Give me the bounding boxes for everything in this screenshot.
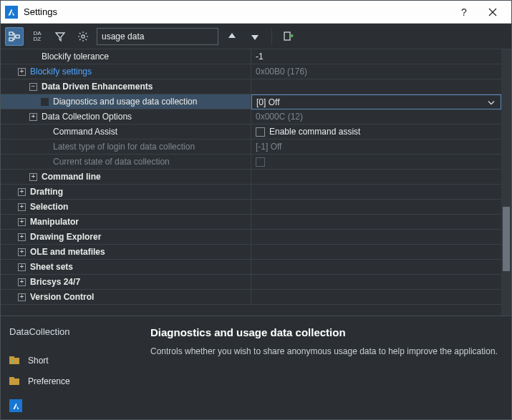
setting-value: [-1] Off	[256, 142, 281, 152]
setting-row[interactable]: +Data Collection Options0x000C (12)	[1, 109, 501, 124]
setting-label: Blockify tolerance	[42, 52, 109, 62]
search-next-button[interactable]	[246, 27, 264, 46]
setting-name-cell[interactable]: Current state of data collection	[1, 155, 251, 170]
gear-button[interactable]	[74, 27, 92, 46]
sort-az-button[interactable]: DADZ	[28, 27, 47, 46]
checkbox	[256, 157, 265, 167]
setting-row[interactable]: +Blockify settings0x00B0 (176)	[1, 64, 501, 79]
expand-icon[interactable]: +	[18, 188, 26, 196]
setting-row[interactable]: +Manipulator	[1, 215, 501, 230]
setting-value-cell[interactable]	[251, 155, 501, 170]
setting-name-cell[interactable]: +OLE and metafiles	[1, 245, 251, 260]
setting-row[interactable]: +OLE and metafiles	[1, 245, 501, 260]
expander-spacer	[29, 53, 37, 61]
setting-name-cell[interactable]: +Sheet sets	[1, 260, 251, 275]
svg-rect-4	[16, 35, 19, 38]
expand-icon[interactable]: +	[18, 68, 26, 76]
setting-label: Drawing Explorer	[30, 232, 101, 242]
setting-row[interactable]: Current state of data collection	[1, 155, 501, 170]
setting-name-cell[interactable]: +Command line	[1, 170, 251, 185]
settings-grid[interactable]: Blockify tolerance-1+Blockify settings0x…	[1, 49, 501, 316]
setting-row[interactable]: +Drafting	[1, 185, 501, 200]
setting-label: Data Driven Enhancements	[42, 82, 153, 92]
setting-value-cell[interactable]	[251, 79, 501, 94]
expand-icon[interactable]: +	[29, 173, 37, 181]
expand-icon[interactable]: +	[18, 293, 26, 301]
checkbox[interactable]	[256, 127, 265, 137]
svg-rect-11	[9, 377, 14, 379]
filter-button[interactable]	[51, 27, 69, 46]
setting-value-cell[interactable]	[251, 200, 501, 215]
setting-name-cell[interactable]: Command Assist	[1, 124, 251, 140]
setting-value-cell[interactable]	[251, 290, 501, 305]
collapse-icon[interactable]: −	[29, 83, 37, 91]
setting-row[interactable]: Blockify tolerance-1	[1, 49, 501, 64]
help-button[interactable]: ?	[450, 2, 478, 22]
expand-icon[interactable]: +	[18, 248, 26, 256]
svg-rect-10	[9, 379, 19, 385]
setting-name-cell[interactable]: Blockify tolerance	[1, 49, 251, 64]
setting-name-cell[interactable]: Diagnostics and usage data collection	[1, 94, 251, 109]
setting-value: 0x00B0 (176)	[256, 67, 307, 77]
setting-name-cell[interactable]: +Drafting	[1, 185, 251, 200]
setting-value-cell[interactable]: Enable command assist	[251, 124, 501, 140]
chevron-down-icon[interactable]	[488, 98, 495, 106]
detail-panel: DataCollection Short Preference Diagnost…	[1, 316, 511, 419]
view-tree-button[interactable]	[5, 27, 24, 46]
setting-label: Current state of data collection	[53, 157, 170, 167]
setting-value-cell[interactable]	[251, 185, 501, 200]
setting-label: OLE and metafiles	[30, 247, 105, 257]
setting-row[interactable]: Command AssistEnable command assist	[1, 124, 501, 140]
setting-name-cell[interactable]: +Drawing Explorer	[1, 230, 251, 245]
setting-name-cell[interactable]: −Data Driven Enhancements	[1, 79, 251, 94]
setting-value-cell[interactable]: -1	[251, 49, 501, 64]
setting-name-cell[interactable]: +Selection	[1, 200, 251, 215]
setting-row[interactable]: −Data Driven Enhancements	[1, 79, 501, 94]
setting-row[interactable]: +Command line	[1, 170, 501, 185]
setting-name-cell[interactable]: +Bricsys 24/7	[1, 275, 251, 290]
setting-value-cell[interactable]	[251, 275, 501, 290]
setting-value-cell[interactable]: 0x00B0 (176)	[251, 64, 501, 79]
scrollbar-vertical[interactable]	[501, 49, 511, 316]
variable-name: DataCollection	[9, 326, 139, 337]
setting-row[interactable]: Latest type of login for data collection…	[1, 140, 501, 155]
setting-value-cell[interactable]: 0x000C (12)	[251, 109, 501, 124]
expand-icon[interactable]: +	[18, 263, 26, 271]
export-button[interactable]	[279, 27, 298, 46]
setting-row[interactable]: +Bricsys 24/7	[1, 275, 501, 290]
setting-value-cell[interactable]	[251, 170, 501, 185]
settings-grid-wrap: Blockify tolerance-1+Blockify settings0x…	[1, 49, 511, 316]
setting-value-cell[interactable]	[251, 215, 501, 230]
setting-value-cell[interactable]: [-1] Off	[251, 140, 501, 155]
suggest-preference[interactable]: Preference	[9, 373, 139, 391]
setting-row[interactable]: +Selection	[1, 200, 501, 215]
detail-right: Diagnostics and usage data collection Co…	[148, 316, 511, 419]
setting-value-cell[interactable]	[251, 260, 501, 275]
setting-name-cell[interactable]: Latest type of login for data collection	[1, 140, 251, 155]
setting-row[interactable]: +Drawing Explorer	[1, 230, 501, 245]
settings-window: Settings ? DADZ Blockify to	[0, 0, 512, 420]
setting-row[interactable]: +Version Control	[1, 290, 501, 305]
expand-icon[interactable]: +	[18, 233, 26, 241]
search-input[interactable]	[97, 28, 218, 45]
setting-row[interactable]: +Sheet sets	[1, 260, 501, 275]
setting-row[interactable]: Diagnostics and usage data collection[0]…	[1, 94, 501, 109]
search-prev-button[interactable]	[223, 27, 241, 46]
expand-icon[interactable]: +	[29, 113, 37, 121]
setting-name-cell[interactable]: +Version Control	[1, 290, 251, 305]
setting-name-cell[interactable]: +Manipulator	[1, 215, 251, 230]
expand-icon[interactable]: +	[18, 203, 26, 211]
scrollbar-thumb[interactable]	[503, 207, 510, 271]
setting-value-cell[interactable]	[251, 230, 501, 245]
suggest-short[interactable]: Short	[9, 351, 139, 370]
setting-name-cell[interactable]: +Blockify settings	[1, 64, 251, 79]
setting-value-cell[interactable]	[251, 245, 501, 260]
close-button[interactable]	[478, 2, 507, 22]
detail-left: DataCollection Short Preference	[1, 316, 148, 419]
setting-name-cell[interactable]: +Data Collection Options	[1, 109, 251, 124]
expand-icon[interactable]: +	[18, 278, 26, 286]
expander-spacer	[41, 143, 49, 151]
setting-value-cell[interactable]: [0] Off	[251, 94, 501, 109]
svg-rect-7	[9, 358, 19, 364]
expand-icon[interactable]: +	[18, 218, 26, 226]
